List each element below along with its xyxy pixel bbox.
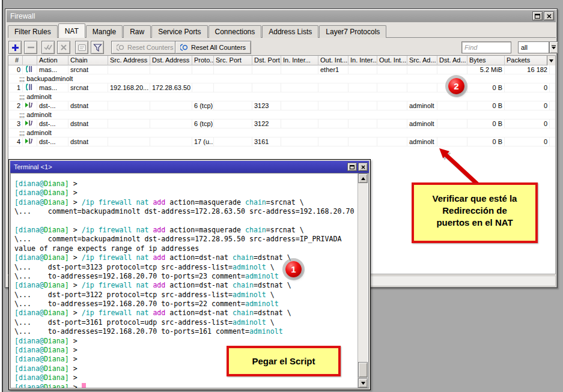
reset-counter-icon [117, 44, 124, 51]
terminal-line: [diana@Diana] > [14, 337, 355, 346]
comment-button[interactable] [75, 41, 88, 54]
terminal-titlebar[interactable]: Terminal <1> [10, 161, 369, 173]
tab-bar: Filter RulesNATMangleRawService PortsCon… [8, 23, 556, 38]
comment-row[interactable]: ;;; backupadminolt [8, 74, 555, 83]
table-row[interactable]: 2dst-...dstnat6 (tcp)3123adminolt0 B0 [8, 101, 555, 110]
comment-row[interactable]: ;;; adminolt [8, 92, 555, 101]
remove-button[interactable] [24, 41, 37, 54]
column-header-src_address_list[interactable]: Src. Ad... [407, 56, 437, 65]
enable-button[interactable] [41, 41, 55, 54]
firewall-window-title: Firewall [10, 12, 35, 20]
add-button[interactable] [8, 41, 22, 54]
terminal-line: \... dst-port=3123 protocol=tcp src-addr… [14, 263, 355, 272]
page-left-edge-line [2, 0, 3, 392]
cell-dst_address: 172.28.63.50 [150, 83, 192, 92]
tab-layer7-protocols[interactable]: Layer7 Protocols [319, 25, 386, 38]
cell-src_address_list: adminolt [407, 119, 437, 128]
table-body: 0mas...srcnatether15.2 MiB16 182;;; back… [8, 65, 555, 146]
arrow-down-icon [361, 382, 365, 385]
scrollbar-thumb[interactable] [358, 362, 368, 378]
comment-row[interactable]: ;;; adminolt [8, 110, 555, 119]
column-select-button[interactable] [547, 56, 555, 65]
tab-service-ports[interactable]: Service Ports [151, 25, 207, 38]
column-header-src_address[interactable]: Src. Address [108, 56, 150, 65]
disable-button[interactable] [57, 41, 70, 54]
table-row[interactable]: 1mas...srcnat192.168.20...172.28.63.500 … [8, 83, 555, 92]
dst-nat-icon [25, 101, 33, 110]
cell-num: 4 [8, 137, 23, 146]
table-row[interactable]: 3dst-...dstnat6 (tcp)3122adminolt0 B0 [8, 119, 555, 128]
cell-out_interface [318, 119, 348, 128]
cell-src_port [214, 83, 252, 92]
step-badge-1: 1 [285, 261, 302, 277]
cell-packets: 16 182 [505, 65, 550, 74]
column-header-dst_address_list[interactable]: Dst. Ad... [437, 56, 467, 65]
cell-src_address: 192.168.20... [108, 83, 150, 92]
table-row[interactable]: 4dst-...dstnat17 (u...3161adminolt0 B0 [8, 137, 555, 146]
table-row[interactable]: 0mas...srcnatether15.2 MiB16 182 [8, 65, 555, 74]
tab-address-lists[interactable]: Address Lists [262, 25, 318, 38]
cell-protocol: 6 (tcp) [192, 101, 214, 110]
cell-action: mas... [37, 83, 68, 92]
cell-in_interface [281, 83, 318, 92]
cell-icon [23, 101, 37, 110]
cell-in_interface [281, 137, 318, 146]
column-header-action[interactable]: Action [37, 56, 68, 65]
column-header-out_interface_list[interactable]: Out. Int... [377, 56, 407, 65]
minus-icon [28, 46, 34, 49]
terminal-scrollbar[interactable] [358, 173, 368, 388]
column-header-num[interactable]: # [8, 56, 23, 65]
column-header-dst_port[interactable]: Dst. Port [252, 56, 281, 65]
tab-mangle[interactable]: Mangle [86, 25, 123, 38]
cell-src_address_list: adminolt [407, 101, 437, 110]
terminal-line: [diana@Diana] > /ip firewall nat add act… [14, 309, 355, 318]
scroll-down-button[interactable] [358, 378, 368, 388]
column-header-in_interface_list[interactable]: In. Inter... [348, 56, 377, 65]
cell-out_interface [318, 83, 348, 92]
close-button[interactable] [544, 11, 554, 20]
terminal-maximize-button[interactable] [347, 163, 357, 171]
terminal-line [14, 217, 355, 226]
column-header-bytes[interactable]: Bytes [467, 56, 505, 65]
column-header-icon[interactable] [23, 56, 37, 65]
funnel-icon [93, 44, 102, 52]
tab-nat[interactable]: NAT [58, 23, 85, 38]
filter-scope-combobox[interactable]: all [518, 41, 549, 53]
column-header-chain[interactable]: Chain [68, 56, 108, 65]
find-input[interactable] [461, 41, 511, 53]
cell-action: mas... [37, 65, 68, 74]
tab-raw[interactable]: Raw [123, 25, 151, 38]
tab-connections[interactable]: Connections [208, 25, 262, 38]
reset-all-counters-button[interactable]: Reset All Counters [175, 41, 251, 54]
terminal-line: [diana@Diana] > [14, 179, 355, 188]
reset-counters-button[interactable]: Reset Counters [111, 41, 178, 54]
column-header-packets[interactable]: Packets [505, 56, 550, 65]
cell-dst_port: 3122 [252, 119, 281, 128]
scroll-up-button[interactable] [358, 173, 368, 183]
cell-dst_address [150, 65, 192, 74]
terminal-line: value of range expects range of ip addre… [14, 244, 355, 253]
comment-row[interactable]: ;;; adminolt [8, 128, 555, 137]
column-header-protocol[interactable]: Proto... [192, 56, 214, 65]
cell-in_interface [281, 101, 318, 110]
column-header-dst_address[interactable]: Dst. Address [150, 56, 192, 65]
plus-icon [11, 44, 19, 52]
cell-bytes: 0 B [467, 83, 505, 92]
terminal-line: \... comment=backupadminolt dst-address=… [14, 235, 355, 244]
cell-packets: 0 [505, 101, 550, 110]
maximize-button[interactable] [532, 11, 543, 20]
cell-chain: dstnat [68, 137, 108, 146]
filter-button[interactable] [91, 41, 104, 54]
firewall-titlebar[interactable]: Firewall [7, 10, 556, 22]
column-header-out_interface[interactable]: Out. Int... [318, 56, 348, 65]
column-header-in_interface[interactable]: In. Inter... [281, 56, 318, 65]
tab-filter-rules[interactable]: Filter Rules [8, 25, 58, 38]
cell-action: dst-... [37, 101, 68, 110]
cell-dst_address_list [437, 101, 467, 110]
cell-num: 0 [8, 65, 23, 74]
terminal-close-button[interactable] [358, 163, 368, 171]
masquerade-icon [25, 83, 32, 92]
terminal-line: [diana@Diana] > [14, 383, 355, 388]
column-header-src_port[interactable]: Src. Port [214, 56, 252, 65]
filter-scope-dropdown-button[interactable] [549, 41, 558, 53]
